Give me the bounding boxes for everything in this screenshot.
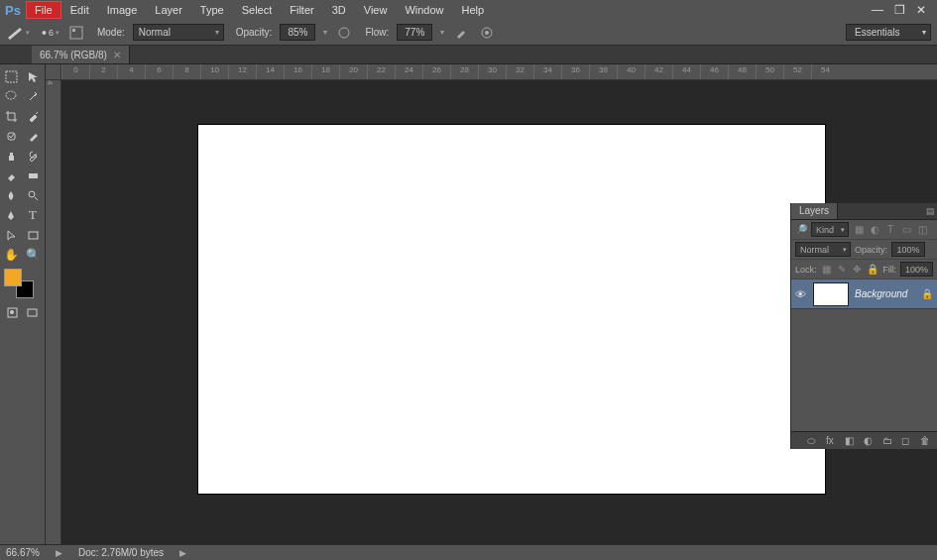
- layers-panel: Layers ▤ 🔎 Kind ▦ ◐ T ▭ ◫ Normal Opacity…: [790, 203, 937, 449]
- lock-all-icon[interactable]: 🔒: [867, 264, 878, 276]
- lock-transparent-icon[interactable]: ▦: [821, 264, 833, 276]
- color-swatches[interactable]: [0, 265, 45, 300]
- menu-select[interactable]: Select: [233, 1, 282, 19]
- opacity-flyout-icon[interactable]: ▾: [323, 28, 327, 37]
- layer-thumbnail[interactable]: [813, 282, 849, 306]
- filter-adjust-icon[interactable]: ◐: [869, 224, 880, 236]
- maximize-button[interactable]: ❐: [889, 3, 909, 17]
- path-selection-tool[interactable]: [0, 225, 22, 245]
- move-tool[interactable]: [22, 66, 44, 86]
- flow-input[interactable]: 77%: [397, 24, 432, 41]
- menu-window[interactable]: Window: [396, 1, 452, 19]
- menu-layer[interactable]: Layer: [146, 1, 191, 19]
- ruler-tick: 36: [561, 64, 589, 79]
- doc-info-flyout-icon[interactable]: ▶: [179, 548, 186, 558]
- layer-blend-select[interactable]: Normal: [795, 242, 851, 257]
- airbrush-icon[interactable]: [452, 24, 470, 42]
- link-layers-icon[interactable]: ⬭: [807, 435, 818, 446]
- menu-edit[interactable]: Edit: [61, 1, 98, 19]
- filter-smart-icon[interactable]: ◫: [916, 224, 928, 236]
- menu-type[interactable]: Type: [191, 1, 233, 19]
- layer-fx-icon[interactable]: fx: [826, 435, 837, 446]
- layers-tab[interactable]: Layers: [791, 203, 838, 219]
- window-controls: — ❐ ✕: [868, 3, 937, 17]
- menu-3d[interactable]: 3D: [323, 1, 355, 19]
- lasso-tool[interactable]: [0, 86, 22, 106]
- pressure-opacity-icon[interactable]: [335, 24, 353, 42]
- lock-pixels-icon[interactable]: ✎: [836, 264, 848, 276]
- foreground-color-swatch[interactable]: [4, 269, 22, 286]
- menu-view[interactable]: View: [355, 1, 397, 19]
- layer-opacity-input[interactable]: 100%: [891, 242, 925, 257]
- doc-size[interactable]: Doc: 2.76M/0 bytes: [78, 547, 164, 558]
- dodge-tool[interactable]: [22, 185, 44, 205]
- healing-brush-tool[interactable]: [0, 126, 22, 146]
- ruler-tick: 44: [672, 64, 700, 79]
- blend-mode-select[interactable]: Normal: [133, 24, 224, 41]
- tool-preset-picker[interactable]: ▾: [6, 24, 34, 42]
- blur-tool[interactable]: [0, 185, 22, 205]
- visibility-toggle-icon[interactable]: 👁: [795, 288, 807, 300]
- brush-tool[interactable]: [22, 126, 44, 146]
- mode-label: Mode:: [97, 27, 125, 38]
- fill-label: Fill:: [882, 265, 896, 275]
- brush-preset[interactable]: • 6 ▾: [42, 25, 59, 41]
- menu-bar: Ps File Edit Image Layer Type Select Fil…: [0, 0, 937, 20]
- gradient-tool[interactable]: [22, 166, 44, 185]
- zoom-level[interactable]: 66.67%: [6, 547, 40, 558]
- filter-type-icon[interactable]: T: [884, 224, 896, 236]
- close-tab-icon[interactable]: ✕: [113, 50, 121, 60]
- crop-tool[interactable]: [0, 106, 22, 126]
- menu-help[interactable]: Help: [453, 1, 494, 19]
- hand-tool[interactable]: ✋: [0, 245, 22, 265]
- group-icon[interactable]: 🗀: [882, 435, 893, 446]
- eyedropper-tool[interactable]: [22, 106, 44, 126]
- filter-kind-select[interactable]: Kind: [811, 222, 849, 237]
- opacity-input[interactable]: 85%: [280, 24, 315, 41]
- pen-tool[interactable]: [0, 205, 22, 225]
- filter-pixel-icon[interactable]: ▦: [853, 224, 865, 236]
- screen-mode-toggle[interactable]: [23, 302, 44, 322]
- lock-position-icon[interactable]: ✥: [852, 264, 864, 276]
- eraser-tool[interactable]: [0, 166, 22, 185]
- svg-rect-13: [28, 309, 37, 316]
- brush-panel-toggle-icon[interactable]: [67, 24, 85, 42]
- flow-flyout-icon[interactable]: ▾: [440, 28, 444, 37]
- close-button[interactable]: ✕: [911, 3, 931, 17]
- minimize-button[interactable]: —: [868, 3, 887, 17]
- menu-filter[interactable]: Filter: [281, 1, 322, 19]
- menu-image[interactable]: Image: [98, 1, 147, 19]
- ruler-tick: 22: [367, 64, 395, 79]
- delete-layer-icon[interactable]: 🗑: [920, 435, 931, 446]
- pressure-size-icon[interactable]: [478, 24, 496, 42]
- shape-tool[interactable]: [22, 225, 44, 245]
- status-flyout-icon[interactable]: ▶: [56, 548, 62, 558]
- type-tool[interactable]: T: [22, 205, 44, 225]
- workspace-switcher[interactable]: Essentials: [846, 24, 931, 41]
- layer-name[interactable]: Background: [855, 288, 915, 299]
- document-tab[interactable]: 66.7% (RGB/8) ✕: [32, 46, 130, 63]
- history-brush-tool[interactable]: [22, 146, 44, 166]
- adjustment-layer-icon[interactable]: ◐: [864, 435, 875, 446]
- marquee-tool[interactable]: [0, 66, 22, 86]
- horizontal-ruler[interactable]: 0246810121416182022242628303234363840424…: [61, 64, 937, 80]
- new-layer-icon[interactable]: ◻: [901, 435, 912, 446]
- layer-row[interactable]: 👁 Background 🔒: [791, 280, 937, 309]
- filter-shape-icon[interactable]: ▭: [900, 224, 912, 236]
- magic-wand-tool[interactable]: [22, 86, 44, 106]
- zoom-tool[interactable]: 🔍: [22, 245, 44, 265]
- ruler-origin[interactable]: [46, 64, 61, 80]
- ruler-tick: 4: [117, 64, 145, 79]
- quick-mask-toggle[interactable]: [2, 302, 23, 322]
- svg-rect-0: [70, 27, 82, 39]
- panel-menu-icon[interactable]: ▤: [923, 203, 937, 219]
- menu-file[interactable]: File: [26, 1, 61, 19]
- document-canvas[interactable]: [198, 125, 825, 494]
- layer-mask-icon[interactable]: ◧: [845, 435, 856, 446]
- tool-palette: T ✋ 🔍: [0, 64, 46, 544]
- svg-rect-1: [72, 29, 75, 32]
- vertical-ruler[interactable]: 4: [46, 80, 61, 544]
- lock-icon: 🔒: [921, 288, 933, 299]
- layer-fill-input[interactable]: 100%: [900, 262, 933, 277]
- clone-stamp-tool[interactable]: [0, 146, 22, 166]
